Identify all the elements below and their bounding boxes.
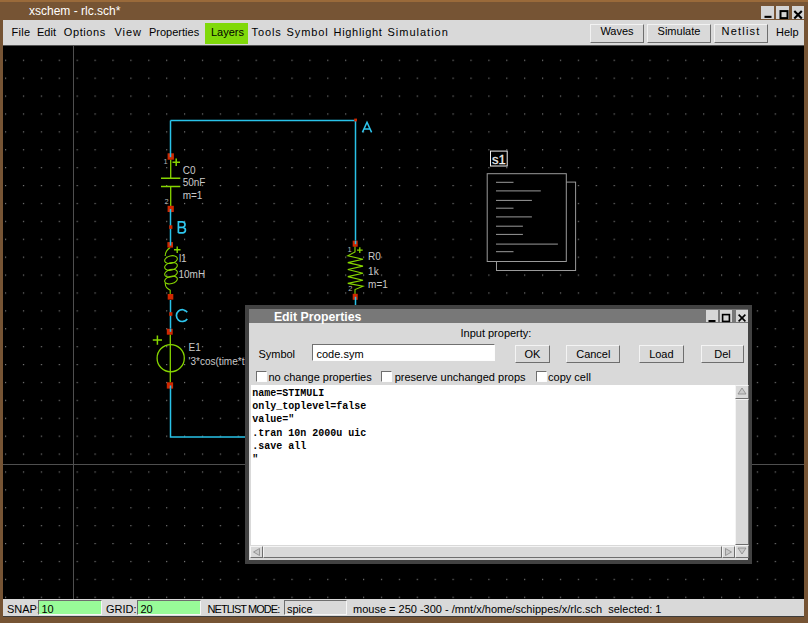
svg-text:E1: E1 — [189, 342, 202, 353]
svg-text:R0: R0 — [368, 251, 381, 262]
svg-text:1: 1 — [348, 245, 352, 254]
svg-text:1k: 1k — [368, 266, 380, 277]
svg-text:l1: l1 — [179, 253, 187, 264]
svg-text:2: 2 — [165, 197, 169, 206]
svg-text:50nF: 50nF — [183, 177, 206, 188]
svg-text:m=1: m=1 — [183, 190, 203, 201]
svg-text:10mH: 10mH — [179, 269, 206, 280]
svg-text:1: 1 — [164, 157, 168, 166]
svg-text:2: 2 — [348, 284, 352, 293]
svg-text:m=1: m=1 — [368, 279, 388, 290]
svg-text:C0: C0 — [183, 165, 196, 176]
svg-text:s1: s1 — [492, 152, 506, 167]
